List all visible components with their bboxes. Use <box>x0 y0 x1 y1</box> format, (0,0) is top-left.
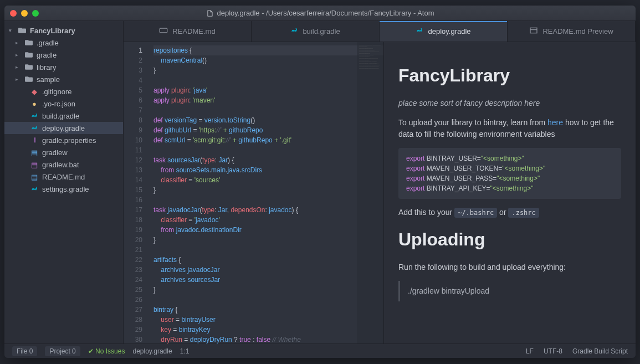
tree-item-label: library <box>37 63 56 71</box>
file-tree[interactable]: ▾ FancyLibrary ▸.gradle▸gradle▸library▸s… <box>4 21 124 344</box>
tree-folder[interactable]: ▸sample <box>4 73 123 85</box>
file-icon <box>206 9 213 17</box>
minimize-window-button[interactable] <box>21 10 28 17</box>
preview-icon <box>529 26 538 37</box>
folder-icon <box>24 39 33 46</box>
tree-file[interactable]: ▤README.md <box>4 171 123 183</box>
svg-rect-1 <box>530 28 537 33</box>
tree-item-label: gradle.properties <box>42 136 96 145</box>
chevron-right-icon: ▸ <box>16 40 21 45</box>
tree-item-label: sample <box>37 75 60 84</box>
folder-icon <box>24 76 33 83</box>
gradle-icon <box>290 27 298 36</box>
tree-root[interactable]: ▾ FancyLibrary <box>4 24 123 37</box>
markdown-preview[interactable]: FancyLibrary place some sort of fancy de… <box>384 42 636 344</box>
tree-item-label: deploy.gradle <box>42 124 85 132</box>
file-icon: ▤ <box>30 173 39 181</box>
tree-item-label: gradlew <box>42 148 68 157</box>
minimap[interactable]: ▪▪▪▪▪▪▪▪▪▪▪▪▪▪ ▪▪▪▪▪▪▪▪▪▪▪▪▪▪▪▪▪▪ ▪ ▪▪▪▪… <box>357 42 383 344</box>
zoom-window-button[interactable] <box>32 10 39 17</box>
preview-tagline: place some sort of fancy description her… <box>398 99 540 107</box>
file-icon: ▤ <box>30 148 39 157</box>
status-encoding[interactable]: UTF-8 <box>544 347 562 355</box>
tree-file[interactable]: build.gradle <box>4 110 123 122</box>
chevron-down-icon: ▾ <box>9 28 14 33</box>
tab-build-gradle[interactable]: build.gradle <box>252 21 380 42</box>
tree-item-label: build.gradle <box>42 112 79 120</box>
tree-file[interactable]: ▤gradlew <box>4 146 123 158</box>
status-file-count[interactable]: File 0 <box>12 346 37 356</box>
tab-readme-md[interactable]: README.md <box>124 21 252 42</box>
preview-h2: Uploading <box>398 226 621 253</box>
status-project-count[interactable]: Project 0 <box>45 346 80 356</box>
line-gutter: 1234567891011121314151617181920212223242… <box>124 42 148 344</box>
tree-folder[interactable]: ▸gradle <box>4 49 123 61</box>
code-content[interactable]: repositories { mavenCentral()} apply plu… <box>148 42 383 344</box>
chevron-right-icon: ▸ <box>16 52 21 58</box>
tab-label: build.gradle <box>303 27 340 35</box>
titlebar: deploy.gradle - /Users/cesarferreira/Doc… <box>4 6 636 21</box>
status-grammar[interactable]: Gradle Build Script <box>572 347 628 355</box>
tree-file[interactable]: ▤gradlew.bat <box>4 158 123 171</box>
status-path: deploy.gradle <box>132 347 172 355</box>
folder-icon <box>24 64 33 70</box>
preview-addthis: Add this to your ~/.bashrc or .zshrc <box>398 207 621 218</box>
preview-h1: FancyLibrary <box>398 62 621 89</box>
svg-rect-0 <box>160 28 167 33</box>
status-cursor-pos[interactable]: 1:1 <box>180 347 190 355</box>
preview-link-here[interactable]: here <box>547 118 563 127</box>
preview-cmd: ./gradlew bintrayUpload <box>398 281 621 301</box>
preview-paragraph: To upload your library to bintray, learn… <box>398 117 621 140</box>
chevron-right-icon: ▸ <box>16 76 21 82</box>
status-issues[interactable]: ✔ No Issues <box>88 347 125 355</box>
tab-bar: README.mdbuild.gradledeploy.gradleREADME… <box>124 21 636 42</box>
tree-file[interactable]: ◆.gitignore <box>4 85 123 98</box>
file-icon: ● <box>30 100 39 108</box>
preview-env-block: export BINTRAY_USER="<something>"export … <box>398 148 621 199</box>
code-editor[interactable]: 1234567891011121314151617181920212223242… <box>124 42 384 344</box>
file-icon <box>30 185 39 193</box>
file-icon <box>30 124 39 132</box>
tree-folder[interactable]: ▸library <box>4 61 123 73</box>
tree-item-label: gradle <box>37 51 57 59</box>
tree-item-label: FancyLibrary <box>30 27 75 35</box>
preview-p2: Run the following to build and upload ev… <box>398 262 621 273</box>
inline-code: .zshrc <box>508 208 539 218</box>
tree-file[interactable]: ⦀gradle.properties <box>4 134 123 146</box>
tab-deploy-gradle[interactable]: deploy.gradle <box>380 21 508 42</box>
close-window-button[interactable] <box>10 10 17 17</box>
chevron-right-icon: ▸ <box>16 64 21 70</box>
tree-item-label: README.md <box>42 173 85 181</box>
tree-item-label: settings.gradle <box>42 185 89 193</box>
file-icon: ▤ <box>30 161 39 169</box>
tree-item-label: .yo-rc.json <box>42 100 75 108</box>
gradle-icon <box>416 27 423 36</box>
md-icon <box>159 26 168 37</box>
tree-file[interactable]: deploy.gradle <box>4 122 123 134</box>
status-eol[interactable]: LF <box>526 347 534 355</box>
file-icon <box>30 112 39 120</box>
tab-readme-md-preview[interactable]: README.md Preview <box>508 21 636 42</box>
inline-code: ~/.bashrc <box>454 208 497 218</box>
folder-icon <box>18 27 26 34</box>
tree-file[interactable]: ●.yo-rc.json <box>4 98 123 110</box>
tree-item-label: .gitignore <box>42 88 71 96</box>
tab-label: README.md Preview <box>542 27 613 35</box>
tree-folder[interactable]: ▸.gradle <box>4 37 123 49</box>
tree-file[interactable]: settings.gradle <box>4 183 123 195</box>
window-title: deploy.gradle - /Users/cesarferreira/Doc… <box>206 9 434 17</box>
tab-label: README.md <box>172 27 215 35</box>
status-bar: File 0 Project 0 ✔ No Issues deploy.grad… <box>4 344 636 358</box>
file-icon: ⦀ <box>30 136 39 145</box>
tree-item-label: gradlew.bat <box>42 161 79 169</box>
tree-item-label: .gradle <box>37 39 59 47</box>
file-icon: ◆ <box>30 88 39 96</box>
folder-icon <box>24 52 33 58</box>
tab-label: deploy.gradle <box>428 27 470 35</box>
